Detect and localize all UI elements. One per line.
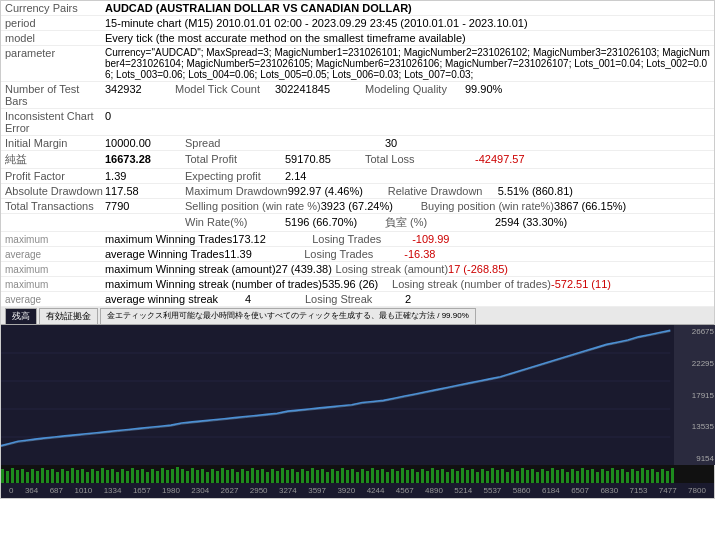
svg-rect-42 [181,469,184,483]
total-profit-value: 59170.85 [285,153,365,165]
avg-winning-streak-label: average winning streak [105,293,245,305]
svg-rect-85 [396,471,399,483]
expecting-profit-label: Expecting profit [185,170,285,182]
avg-streak-row: average average winning streak 4 Losing … [1,292,714,307]
svg-rect-58 [261,469,264,483]
svg-rect-124 [591,469,594,483]
svg-rect-22 [81,469,84,483]
transactions-row: Total Transactions 7790 Selling position… [1,199,714,214]
svg-rect-38 [161,468,164,483]
max-losing-streak-amt-value: 17 (-268.85) [448,263,528,275]
svg-rect-111 [526,470,529,483]
x-label-14: 4567 [396,486,414,495]
svg-rect-69 [316,470,319,483]
svg-rect-6 [1,469,4,483]
svg-rect-52 [231,469,234,483]
expecting-profit-value: 2.14 [285,170,365,182]
svg-rect-57 [256,470,259,483]
svg-rect-20 [71,468,74,483]
avg-losing-label: Losing Trades [304,248,404,260]
avg-trades-row: average average Winning Trades 11.39 Los… [1,247,714,262]
svg-rect-40 [171,469,174,483]
svg-rect-49 [216,471,219,483]
svg-rect-70 [321,469,324,483]
x-label-0: 0 [9,486,13,495]
x-label-8: 2627 [221,486,239,495]
svg-rect-19 [66,471,69,483]
svg-rect-72 [331,469,334,483]
svg-rect-125 [596,472,599,483]
svg-rect-8 [11,468,14,483]
x-label-19: 6184 [542,486,560,495]
svg-rect-120 [571,469,574,483]
svg-rect-127 [606,471,609,483]
svg-rect-53 [236,472,239,483]
svg-rect-88 [411,469,414,483]
svg-rect-63 [286,470,289,483]
avg-losing-streak-value: 2 [405,293,485,305]
inconsistent-value: 0 [105,110,710,122]
model-label: model [5,32,105,44]
x-label-1: 364 [25,486,38,495]
initial-margin-label: Initial Margin [5,137,105,149]
x-label-12: 3920 [337,486,355,495]
svg-rect-45 [196,470,199,483]
svg-rect-104 [491,468,494,483]
chart-tab-margin[interactable]: 有効証拠金 [39,308,98,324]
svg-rect-25 [96,471,99,483]
svg-rect-118 [561,469,564,483]
svg-rect-28 [111,469,114,483]
max-drawdown-label: Maximum Drawdown [185,185,288,197]
svg-rect-41 [176,467,179,483]
svg-rect-133 [636,471,639,483]
svg-rect-91 [426,471,429,483]
svg-rect-92 [431,468,434,483]
svg-rect-117 [556,470,559,483]
svg-rect-139 [666,471,669,483]
svg-rect-31 [126,471,129,483]
avg-streak-sublabel: average [5,294,105,305]
svg-rect-101 [476,472,479,483]
svg-rect-80 [371,468,374,483]
modeling-quality-value: 99.90% [465,83,545,95]
spread-value: 30 [385,137,465,149]
max-winning-streak-trades-value: 535.96 (26) [322,278,392,290]
model-tick-label: Model Tick Count [175,83,275,95]
svg-rect-43 [186,471,189,483]
volume-chart [1,465,674,483]
x-label-2: 687 [50,486,63,495]
inconsistent-row: Inconsistent Chart Error 0 [1,109,714,136]
svg-rect-93 [436,470,439,483]
x-label-11: 3597 [308,486,326,495]
svg-rect-113 [536,472,539,483]
chart-tab-info[interactable]: 金エティックス利用可能な最小時間枠を使いすべてのティックを生成する、最も正確な方… [100,308,476,324]
x-label-10: 3274 [279,486,297,495]
x-label-3: 1010 [74,486,92,495]
svg-rect-129 [616,470,619,483]
svg-rect-109 [516,471,519,483]
chart-tab-balance[interactable]: 残高 [5,308,37,324]
svg-rect-27 [106,470,109,483]
avg-losing-streak-label: Losing Streak [305,293,405,305]
profit-factor-row: Profit Factor 1.39 Expecting profit 2.14 [1,169,714,184]
report-container: Currency Pairs AUDCAD (AUSTRALIAN DOLLAR… [0,0,715,499]
svg-rect-24 [91,469,94,483]
spread-label: Spread [185,137,385,149]
selling-pos-label: Selling position (win rate %) [185,200,321,212]
model-tick-value: 302241845 [275,83,365,95]
y-label-3: 17915 [676,391,714,400]
svg-rect-46 [201,469,204,483]
svg-rect-65 [296,472,299,483]
svg-rect-34 [141,469,144,483]
svg-rect-16 [51,469,54,483]
x-label-20: 6507 [571,486,589,495]
x-label-4: 1334 [104,486,122,495]
svg-rect-11 [26,472,29,483]
parameter-value: Currency="AUDCAD"; MaxSpread=3; MagicNum… [105,47,710,80]
currency-pairs-label: Currency Pairs [5,2,105,14]
svg-rect-79 [366,471,369,483]
svg-rect-119 [566,472,569,483]
parameter-row: parameter Currency="AUDCAD"; MaxSpread=3… [1,46,714,82]
svg-rect-135 [646,470,649,483]
svg-rect-107 [506,472,509,483]
